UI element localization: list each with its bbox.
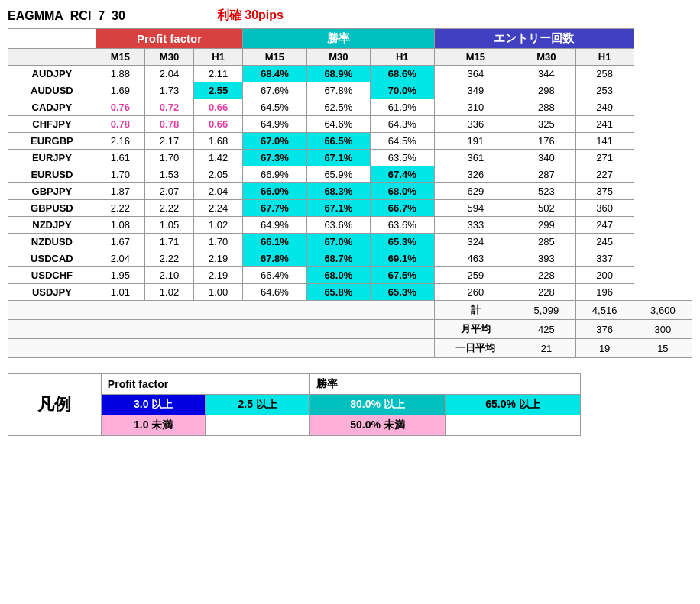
wr-cell: 67.3% (243, 150, 306, 166)
pf-cell: 2.22 (144, 250, 193, 267)
pf-cell: 2.17 (144, 133, 193, 150)
ec-cell: 463 (434, 250, 517, 267)
wr-cell: 65.3% (371, 284, 434, 301)
pf-cell: 1.69 (96, 82, 144, 99)
legend-wr-pink: 50.0% 未満 (309, 415, 445, 436)
ec-cell: 594 (434, 200, 517, 217)
legend-pf-blue: 3.0 以上 (101, 395, 206, 415)
symbol-cell: CADJPY (8, 99, 96, 116)
pf-m30-header: M30 (144, 49, 193, 66)
pf-group-header: Profit factor (96, 29, 242, 49)
pf-cell: 1.02 (144, 284, 193, 301)
summary-label: 計 (434, 301, 517, 320)
symbol-cell: AUDUSD (8, 82, 96, 99)
ec-cell: 502 (517, 200, 575, 217)
ec-cell: 241 (575, 116, 634, 133)
ec-cell: 271 (575, 150, 634, 166)
legend-wr-cyan: 65.0% 以上 (445, 395, 580, 415)
wr-cell: 66.9% (243, 166, 306, 183)
ec-cell: 260 (434, 284, 517, 301)
ec-cell: 523 (517, 183, 575, 200)
pf-cell: 2.04 (144, 66, 193, 82)
ec-cell: 285 (517, 234, 575, 250)
ec-cell: 259 (434, 267, 517, 284)
pf-cell: 2.10 (144, 267, 193, 284)
ec-cell: 298 (517, 82, 575, 99)
pf-cell: 2.55 (194, 82, 243, 99)
pf-cell: 1.08 (96, 217, 144, 234)
summary-value: 21 (517, 339, 575, 358)
wr-cell: 67.1% (306, 200, 370, 217)
wr-cell: 64.5% (243, 99, 306, 116)
ec-cell: 227 (575, 166, 634, 183)
pf-cell: 0.78 (144, 116, 193, 133)
legend-pf-empty (206, 415, 310, 436)
pf-cell: 2.04 (96, 250, 144, 267)
wr-cell: 64.6% (243, 284, 306, 301)
wr-cell: 64.6% (306, 116, 370, 133)
ec-cell: 629 (434, 183, 517, 200)
symbol-cell: CHFJPY (8, 116, 96, 133)
pf-cell: 1.61 (96, 150, 144, 166)
pf-h1-header: H1 (194, 49, 243, 66)
pf-cell: 0.66 (194, 99, 243, 116)
summary-empty (8, 339, 435, 358)
ec-cell: 299 (517, 217, 575, 234)
wr-cell: 67.0% (306, 234, 370, 250)
legend-pf-cyan: 2.5 以上 (206, 395, 310, 415)
wr-cell: 67.6% (243, 82, 306, 99)
symbol-cell: USDJPY (8, 284, 96, 301)
header: EAGMMA_RCI_7_30 利確 30pips (8, 8, 692, 24)
wr-cell: 64.9% (243, 217, 306, 234)
wr-cell: 68.0% (306, 267, 370, 284)
symbol-cell: NZDUSD (8, 234, 96, 250)
symbol-cell: EURGBP (8, 133, 96, 150)
ec-cell: 247 (575, 217, 634, 234)
pf-cell: 1.00 (194, 284, 243, 301)
ec-cell: 249 (575, 99, 634, 116)
legend-wr-empty (445, 415, 580, 436)
legend-wr-header: 勝率 (309, 374, 580, 395)
symbol-cell: NZDJPY (8, 217, 96, 234)
wr-cell: 64.9% (243, 116, 306, 133)
wr-cell: 63.6% (306, 217, 370, 234)
pf-cell: 1.71 (144, 234, 193, 250)
summary-value: 19 (575, 339, 634, 358)
ec-cell: 196 (575, 284, 634, 301)
legend-pf-pink: 1.0 未満 (101, 415, 206, 436)
pf-cell: 1.68 (194, 133, 243, 150)
pf-cell: 1.67 (96, 234, 144, 250)
wr-group-header: 勝率 (243, 29, 434, 49)
wr-cell: 68.0% (371, 183, 434, 200)
pf-cell: 2.24 (194, 200, 243, 217)
symbol-cell: EURUSD (8, 166, 96, 183)
wr-cell: 66.5% (306, 133, 370, 150)
ec-cell: 326 (434, 166, 517, 183)
wr-cell: 68.9% (306, 66, 370, 82)
pf-cell: 2.04 (194, 183, 243, 200)
symbol-cell: USDCAD (8, 250, 96, 267)
summary-value: 425 (517, 320, 575, 339)
app-title: EAGMMA_RCI_7_30 (8, 9, 125, 23)
wr-cell: 67.8% (243, 250, 306, 267)
pf-cell: 1.73 (144, 82, 193, 99)
summary-value: 3,600 (634, 301, 692, 320)
ec-cell: 176 (517, 133, 575, 150)
pf-cell: 0.76 (96, 99, 144, 116)
pf-cell: 1.02 (194, 217, 243, 234)
pf-cell: 1.42 (194, 150, 243, 166)
corner-cell (8, 29, 96, 49)
pf-cell: 1.05 (144, 217, 193, 234)
wr-cell: 67.4% (371, 166, 434, 183)
ec-cell: 258 (575, 66, 634, 82)
pf-cell: 0.66 (194, 116, 243, 133)
ec-h1-header: H1 (575, 49, 634, 66)
legend-table: 凡例 Profit factor 勝率 3.0 以上 2.5 以上 80.0% … (8, 373, 581, 436)
summary-value: 15 (634, 339, 692, 358)
symbol-cell: GBPUSD (8, 200, 96, 217)
pf-cell: 1.53 (144, 166, 193, 183)
wr-cell: 61.9% (371, 99, 434, 116)
ec-cell: 191 (434, 133, 517, 150)
ec-cell: 361 (434, 150, 517, 166)
ec-cell: 336 (434, 116, 517, 133)
